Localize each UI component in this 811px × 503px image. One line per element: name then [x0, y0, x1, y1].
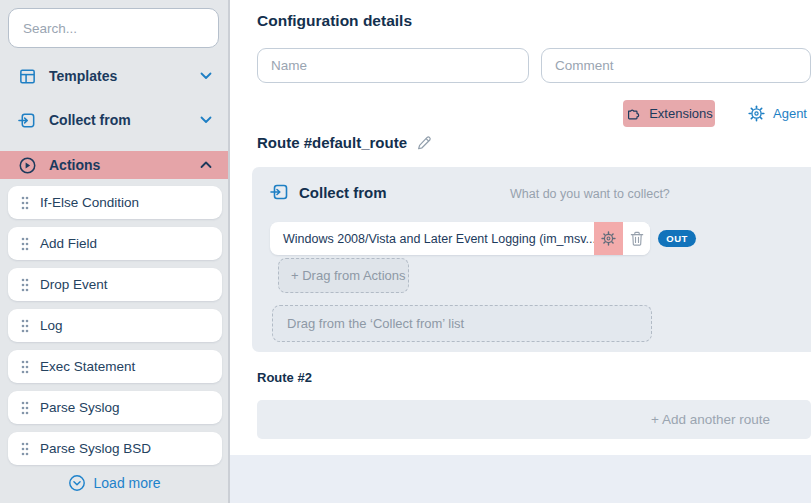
load-more-label: Load more [94, 475, 161, 491]
drag-handle-icon[interactable] [20, 195, 30, 211]
agent-label: Agent [773, 106, 807, 121]
action-list-item[interactable]: Parse Syslog BSD [8, 432, 222, 465]
pencil-icon [416, 134, 433, 151]
action-item-label: Add Field [40, 236, 97, 251]
action-item-label: Drop Event [40, 277, 108, 292]
drag-handle-icon[interactable] [20, 277, 30, 293]
module-delete-button[interactable] [623, 222, 650, 255]
chevron-down-circle-icon [68, 474, 86, 492]
chevron-down-icon [200, 116, 212, 124]
action-list-item[interactable]: Add Field [8, 227, 222, 260]
dropzone-label: Drag from the ‘Collect from’ list [287, 316, 464, 331]
out-badge: OUT [658, 230, 696, 247]
panel-title: Collect from [299, 184, 387, 201]
route-default-title: Route #default_route [257, 134, 407, 151]
sidebar: Templates Collect from Actions [0, 0, 230, 503]
templates-icon [18, 67, 37, 86]
module-chip-label: Windows 2008/Vista and Later Event Loggi… [270, 232, 594, 246]
puzzle-icon [625, 106, 641, 122]
add-route-label: + Add another route [651, 412, 770, 427]
load-more-button[interactable]: Load more [0, 474, 228, 492]
action-list-item[interactable]: Log [8, 309, 222, 342]
action-item-label: Parse Syslog BSD [40, 441, 151, 456]
play-circle-icon [18, 156, 37, 175]
trash-icon [630, 231, 644, 247]
action-item-label: Exec Statement [40, 359, 135, 374]
drag-handle-icon[interactable] [20, 400, 30, 416]
chevron-up-icon [200, 161, 212, 169]
module-settings-button[interactable] [594, 222, 623, 255]
extensions-button[interactable]: Extensions [623, 100, 715, 127]
route-default-header: Route #default_route [257, 134, 433, 151]
action-list-item[interactable]: Exec Statement [8, 350, 222, 383]
action-list-item[interactable]: Parse Syslog [8, 391, 222, 424]
collect-from-panel: Collect from What do you want to collect… [252, 167, 811, 352]
collect-from-icon [18, 111, 37, 130]
next-section-strip [230, 455, 811, 503]
sidebar-item-templates[interactable]: Templates [0, 61, 228, 91]
dropzone-label: + Drag from Actions [291, 268, 406, 283]
module-chip[interactable]: Windows 2008/Vista and Later Event Loggi… [270, 222, 650, 255]
add-route-bar[interactable]: + Add another route [257, 400, 811, 439]
name-field[interactable] [257, 48, 529, 83]
comment-field[interactable] [541, 48, 811, 83]
action-item-label: If-Else Condition [40, 195, 139, 210]
sidebar-item-actions[interactable]: Actions [0, 151, 228, 179]
sidebar-item-collect-from[interactable]: Collect from [0, 105, 228, 135]
gear-icon [748, 105, 765, 122]
action-item-label: Parse Syslog [40, 400, 120, 415]
drag-from-collect-dropzone[interactable]: Drag from the ‘Collect from’ list [272, 305, 652, 342]
drag-handle-icon[interactable] [20, 236, 30, 252]
actions-list: If-Else Condition Add Field Drop Event L… [8, 186, 222, 465]
action-item-label: Log [40, 318, 63, 333]
drag-handle-icon[interactable] [20, 359, 30, 375]
agent-button[interactable]: Agent [748, 100, 807, 127]
panel-hint: What do you want to collect? [510, 187, 670, 201]
drag-handle-icon[interactable] [20, 318, 30, 334]
page-title: Configuration details [257, 12, 412, 30]
main-content: Configuration details Extensions Agen [230, 0, 811, 503]
action-list-item[interactable]: If-Else Condition [8, 186, 222, 219]
sidebar-item-label: Templates [49, 68, 117, 84]
extensions-label: Extensions [649, 106, 713, 121]
search-input[interactable] [8, 8, 219, 48]
action-list-item[interactable]: Drop Event [8, 268, 222, 301]
drag-handle-icon[interactable] [20, 441, 30, 457]
drag-from-actions-dropzone[interactable]: + Drag from Actions [278, 258, 409, 293]
chevron-down-icon [200, 72, 212, 80]
gear-icon [601, 231, 616, 246]
collect-from-icon [270, 182, 290, 202]
sidebar-item-label: Collect from [49, 112, 131, 128]
edit-route-button[interactable] [416, 134, 433, 151]
sidebar-item-label: Actions [49, 157, 100, 173]
route-2-title: Route #2 [257, 370, 312, 385]
